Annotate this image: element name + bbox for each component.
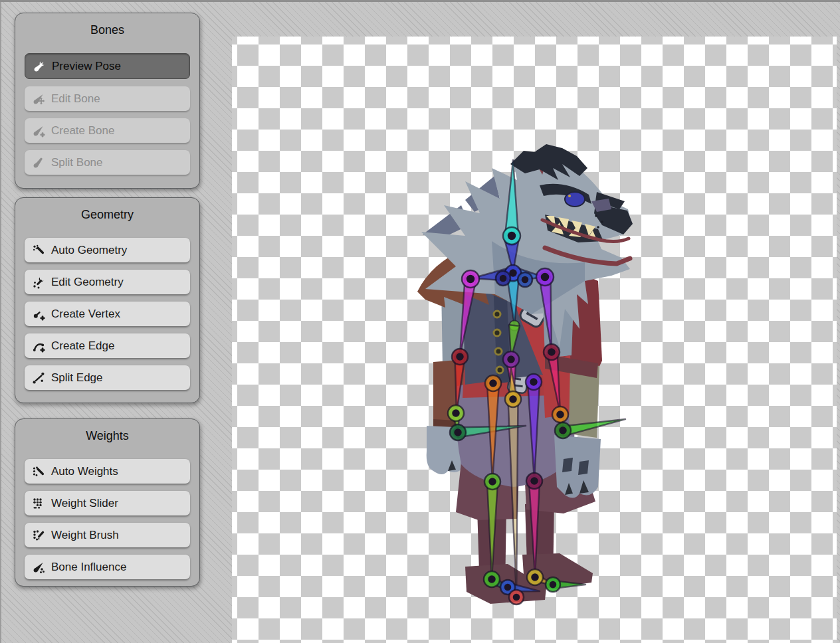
auto-weights-button[interactable]: Auto Weights	[25, 459, 190, 484]
auto-geometry-icon	[30, 244, 47, 257]
create-vertex-icon	[30, 308, 47, 321]
create-edge-button[interactable]: Create Edge	[25, 333, 190, 358]
weight-brush-icon	[30, 529, 47, 542]
auto-geometry-button[interactable]: Auto Geometry	[25, 238, 190, 262]
edit-geometry-icon	[30, 276, 47, 289]
weight-slider-icon	[30, 497, 47, 510]
joint-hip-left[interactable]	[485, 375, 501, 391]
create-bone-button[interactable]: Create Bone	[25, 118, 190, 143]
joint-elbow-left[interactable]	[452, 349, 468, 365]
edit-bone-icon	[30, 92, 47, 106]
edit-bone-button[interactable]: Edit Bone	[25, 86, 190, 111]
auto-weights-icon	[30, 465, 47, 478]
joint-knee-right[interactable]	[526, 473, 542, 489]
joint-knee-left[interactable]	[484, 474, 500, 490]
joint-ankle-left[interactable]	[484, 571, 500, 587]
skinning-editor-window: Bones Preview Pose Edit Bone Create Bone…	[0, 0, 840, 643]
edit-geometry-button[interactable]: Edit Geometry	[25, 270, 190, 294]
sprite-canvas[interactable]	[232, 37, 837, 643]
scene-svg	[232, 37, 837, 643]
bones-panel: Bones Preview Pose Edit Bone Create Bone…	[15, 13, 200, 189]
joint-chest-right[interactable]	[518, 272, 532, 287]
split-edge-icon	[30, 371, 47, 385]
split-bone-button[interactable]: Split Bone	[25, 150, 190, 175]
joint-ankle-right[interactable]	[527, 569, 543, 585]
split-bone-icon	[30, 156, 47, 169]
split-edge-button[interactable]: Split Edge	[25, 365, 190, 390]
joint-neck[interactable]	[503, 227, 520, 244]
joint-shoulder-left[interactable]	[462, 270, 479, 288]
character-sprite[interactable]	[417, 144, 633, 604]
bone-influence-button[interactable]: Bone Influence	[25, 555, 190, 579]
weights-panel-title: Weights	[25, 427, 190, 444]
weight-slider-button[interactable]: Weight Slider	[25, 491, 190, 515]
joint-hand-left[interactable]	[450, 424, 466, 440]
joint-root[interactable]	[509, 590, 524, 604]
create-vertex-button[interactable]: Create Vertex	[25, 302, 190, 326]
joint-wrist-right[interactable]	[552, 407, 568, 422]
joint-chest-left[interactable]	[496, 271, 510, 286]
preview-pose-icon	[31, 60, 48, 73]
joint-wrist-left[interactable]	[448, 405, 464, 421]
bones-panel-title: Bones	[25, 21, 190, 39]
weights-panel: Weights Auto Weights Weight Slider Weigh…	[15, 418, 200, 587]
joint-elbow-right[interactable]	[544, 344, 560, 360]
geometry-panel: Geometry Auto Geometry Edit Geometry Cre…	[15, 197, 200, 403]
joint-shoulder-right[interactable]	[536, 268, 554, 286]
create-bone-icon	[30, 124, 47, 138]
bone-influence-icon	[30, 561, 47, 574]
weight-brush-button[interactable]: Weight Brush	[25, 523, 190, 547]
geometry-panel-title: Geometry	[25, 206, 190, 223]
joint-tail-base[interactable]	[505, 391, 521, 407]
joint-pelvis[interactable]	[503, 351, 519, 367]
create-edge-icon	[30, 339, 47, 353]
joint-hip-right[interactable]	[526, 374, 542, 390]
joint-hand-right[interactable]	[555, 422, 571, 438]
preview-pose-button[interactable]: Preview Pose	[25, 53, 190, 79]
joint-toe-right[interactable]	[546, 577, 560, 592]
